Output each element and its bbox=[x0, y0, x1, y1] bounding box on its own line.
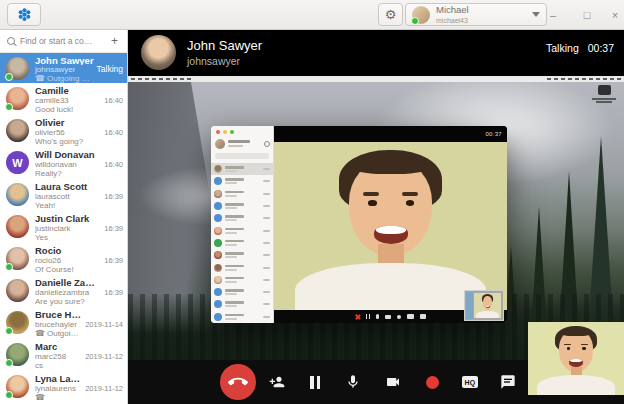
contact-last-message: ☎Outgoing … bbox=[35, 74, 123, 83]
contact-name: Rocio bbox=[35, 245, 123, 256]
search-bar[interactable]: Find or start a co… + bbox=[0, 30, 127, 53]
contact-username: johnsawyer bbox=[35, 65, 75, 74]
remote-contact-row bbox=[211, 188, 273, 200]
minimize-dot-icon bbox=[223, 130, 227, 134]
camera-icon bbox=[385, 374, 401, 390]
account-menu-button[interactable]: Michael michael43 bbox=[405, 3, 547, 26]
remote-contact-row bbox=[211, 274, 273, 286]
contact-last-message: Of Course! bbox=[35, 265, 123, 275]
remote-contact-row bbox=[211, 175, 273, 187]
remote-contact-avatar bbox=[214, 239, 222, 247]
contact-row[interactable]: Bruce H…brucehayler2019-11-14☎Outgoi… bbox=[0, 307, 127, 339]
remote-app-window: 00:37 bbox=[211, 126, 507, 323]
contact-row[interactable]: John SawyerjohnsawyerTalking☎Outgoing … bbox=[0, 53, 127, 83]
contact-row[interactable]: Laura Scottlaurascott16:39Yeah! bbox=[0, 179, 127, 211]
contact-time: 16:39 bbox=[101, 288, 123, 297]
record-icon bbox=[426, 376, 439, 389]
call-status: Talking bbox=[546, 42, 579, 54]
account-avatar bbox=[412, 6, 430, 24]
chat-button[interactable] bbox=[499, 373, 517, 391]
remote-hangup-icon bbox=[355, 314, 360, 319]
remote-status-icons bbox=[547, 78, 621, 80]
contact-avatar bbox=[6, 311, 29, 334]
contact-name: Laura Scott bbox=[35, 181, 123, 192]
hq-icon: HQ bbox=[462, 376, 478, 388]
app-logo-button[interactable] bbox=[7, 3, 41, 26]
microphone-icon bbox=[345, 374, 361, 390]
remote-contact-row bbox=[211, 237, 273, 249]
online-status-dot bbox=[5, 359, 13, 367]
contact-name: Danielle Za… bbox=[35, 277, 123, 288]
remote-profile-row bbox=[215, 137, 270, 150]
contact-row[interactable]: Justin Clarkjustinclark16:39Yes bbox=[0, 211, 127, 243]
contact-avatar bbox=[6, 119, 29, 142]
contact-row[interactable]: Olivierolivier5616:40Who's going? bbox=[0, 115, 127, 147]
contact-avatar bbox=[6, 183, 29, 206]
minimize-button[interactable]: – bbox=[540, 0, 566, 30]
online-status-dot bbox=[5, 391, 13, 399]
contact-row[interactable]: WWill Donavanwilldonavan16:40Really? bbox=[0, 147, 127, 179]
remote-video-area: 00:37 bbox=[274, 126, 507, 323]
hangup-button[interactable] bbox=[220, 364, 256, 400]
contact-last-message: ☎ bbox=[35, 393, 123, 403]
remote-contact-avatar bbox=[214, 202, 222, 210]
remote-desktop-icon-label bbox=[592, 98, 616, 100]
call-timer: 00:37 bbox=[588, 42, 614, 54]
contact-avatar bbox=[6, 279, 29, 302]
account-name: Michael bbox=[436, 5, 469, 15]
contact-row[interactable]: Lyna La…lynalaurens2019-11-12☎ bbox=[0, 371, 127, 403]
contact-time: Talking bbox=[94, 65, 123, 74]
contact-username: daniellezambra bbox=[35, 288, 89, 297]
remote-contact-row bbox=[211, 311, 273, 323]
remote-contact-row bbox=[211, 212, 273, 224]
peer-username: johnsawyer bbox=[187, 55, 240, 67]
add-person-icon bbox=[269, 374, 285, 390]
contact-avatar: W bbox=[6, 151, 29, 174]
self-face bbox=[528, 322, 624, 395]
contact-row[interactable]: Marcmarc2582019-11-12cs bbox=[0, 339, 127, 371]
account-username: michael43 bbox=[436, 17, 469, 24]
peer-avatar bbox=[141, 35, 176, 70]
remote-profile-avatar bbox=[215, 139, 225, 149]
contact-row[interactable]: Danielle Za…daniellezambra16:39Are you s… bbox=[0, 275, 127, 307]
add-contact-button[interactable]: + bbox=[111, 35, 120, 47]
phone-icon: ☎ bbox=[35, 74, 45, 83]
remote-menu-items bbox=[131, 78, 193, 80]
contact-row[interactable]: Camillecamille3316:40Good luck! bbox=[0, 83, 127, 115]
contact-username: olivier56 bbox=[35, 128, 65, 137]
pause-call-button[interactable] bbox=[306, 373, 324, 391]
mute-mic-button[interactable] bbox=[344, 373, 362, 391]
phone-icon: ☎ bbox=[35, 329, 45, 338]
contact-row[interactable]: Rociorocio2616:39Of Course! bbox=[0, 243, 127, 275]
remote-gear-icon bbox=[264, 141, 270, 147]
toggle-camera-button[interactable] bbox=[384, 373, 402, 391]
remote-contact-row bbox=[211, 298, 273, 310]
contact-time: 2019-11-12 bbox=[82, 384, 123, 393]
contact-time: 16:40 bbox=[101, 160, 123, 169]
remote-contact-row bbox=[211, 286, 273, 298]
gear-icon: ⚙ bbox=[385, 8, 397, 21]
contact-username: rocio26 bbox=[35, 256, 61, 265]
contact-username: lynalaurens bbox=[35, 384, 76, 393]
traffic-light-buttons bbox=[216, 130, 234, 134]
remote-contact-row bbox=[211, 224, 273, 236]
settings-button[interactable]: ⚙ bbox=[378, 3, 403, 26]
contact-time: 16:40 bbox=[101, 96, 123, 105]
contact-time: 16:39 bbox=[101, 224, 123, 233]
record-button[interactable] bbox=[423, 373, 441, 391]
contact-username: camille33 bbox=[35, 96, 69, 105]
contact-avatar bbox=[6, 375, 29, 398]
add-participant-button[interactable] bbox=[268, 373, 286, 391]
maximize-button[interactable]: □ bbox=[574, 0, 600, 30]
remote-contact-avatar bbox=[214, 288, 222, 296]
contact-last-message: Yes bbox=[35, 233, 123, 243]
quality-button[interactable]: HQ bbox=[461, 373, 479, 391]
contact-name: Marc bbox=[35, 341, 123, 352]
call-area: John Sawyer johnsawyer Talking 00:37 bbox=[128, 30, 624, 404]
contact-time: 16:39 bbox=[101, 256, 123, 265]
close-button[interactable]: × bbox=[602, 0, 624, 30]
remote-peer-face bbox=[274, 142, 507, 310]
contact-username: marc258 bbox=[35, 352, 66, 361]
phone-icon: ☎ bbox=[35, 393, 45, 402]
remote-contact-row bbox=[211, 261, 273, 273]
